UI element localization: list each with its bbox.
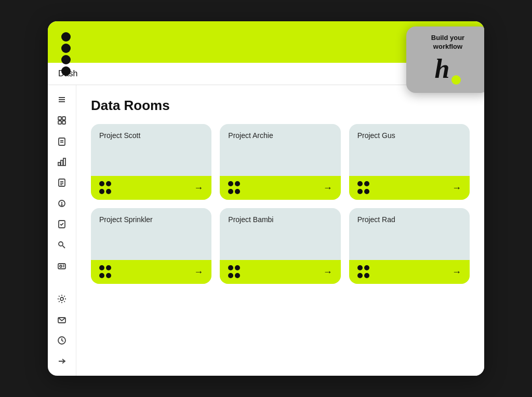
svg-rect-11 — [61, 160, 63, 166]
card-body: Project Rad — [349, 208, 470, 260]
svg-point-27 — [60, 297, 63, 300]
card-title: Project Scott — [99, 131, 203, 140]
sidebar-icon-person-search[interactable] — [54, 237, 70, 253]
workflow-letter: h — [435, 56, 450, 83]
card-body: Project Bambi — [220, 208, 340, 260]
card-title: Project Sprinkler — [99, 215, 203, 224]
card-footer: → — [91, 176, 211, 200]
breadcrumb: Dash — [58, 69, 77, 78]
sidebar-icon-clock[interactable] — [54, 332, 70, 349]
workflow-label: Build your workflow — [416, 34, 480, 51]
card-arrow-icon: → — [452, 267, 461, 278]
sidebar-icon-doc[interactable] — [54, 174, 70, 191]
card-footer: → — [349, 176, 470, 200]
svg-line-22 — [63, 246, 65, 249]
sidebar-icon-chart[interactable] — [54, 154, 70, 170]
project-card[interactable]: Project Archie → — [220, 124, 340, 200]
card-title: Project Rad — [357, 215, 461, 224]
card-body: Project Scott — [91, 124, 211, 176]
card-body: Project Gus — [349, 124, 470, 176]
sidebar-icon-settings[interactable] — [54, 291, 70, 307]
cards-grid: Project Scott → Project Archie → — [91, 124, 470, 284]
project-card[interactable]: Project Sprinkler → — [91, 208, 211, 284]
page-title: Data Rooms — [91, 98, 470, 114]
card-footer: → — [91, 260, 211, 284]
card-footer: → — [220, 176, 340, 200]
card-arrow-icon: → — [194, 267, 203, 278]
card-body: Project Sprinkler — [91, 208, 211, 260]
svg-rect-12 — [63, 158, 65, 166]
card-logo — [357, 181, 371, 195]
app-logo — [58, 29, 84, 55]
card-body: Project Archie — [220, 124, 340, 176]
sidebar-icon-task[interactable] — [54, 216, 70, 232]
svg-point-21 — [59, 242, 63, 246]
project-card[interactable]: Project Scott → — [91, 124, 211, 200]
svg-rect-3 — [58, 117, 61, 120]
card-logo — [357, 265, 371, 279]
card-title: Project Archie — [228, 131, 332, 140]
content-area: Data Rooms Project Scott → Project Archi… — [76, 85, 484, 376]
card-footer: → — [220, 260, 340, 284]
card-logo — [99, 181, 113, 195]
sidebar-icon-grid[interactable] — [54, 112, 70, 129]
sidebar — [48, 85, 76, 376]
card-arrow-icon: → — [452, 183, 461, 194]
project-card[interactable]: Project Gus → — [349, 124, 470, 200]
card-logo — [99, 265, 113, 279]
card-arrow-icon: → — [323, 183, 332, 194]
card-arrow-icon: → — [194, 183, 203, 194]
sidebar-icon-circle[interactable] — [54, 195, 70, 212]
sidebar-icon-clipboard[interactable] — [54, 133, 70, 149]
svg-rect-10 — [58, 162, 60, 166]
project-card[interactable]: Project Rad → — [349, 208, 470, 284]
card-arrow-icon: → — [323, 267, 332, 278]
sidebar-icon-list[interactable] — [54, 91, 70, 108]
sidebar-icon-mail[interactable] — [54, 311, 70, 328]
card-logo — [228, 181, 242, 195]
svg-point-19 — [61, 204, 62, 206]
svg-rect-4 — [62, 117, 65, 120]
card-title: Project Gus — [357, 131, 461, 140]
svg-rect-5 — [58, 121, 61, 124]
svg-point-24 — [60, 265, 62, 267]
svg-rect-7 — [59, 138, 65, 145]
project-card[interactable]: Project Bambi → — [220, 208, 340, 284]
svg-rect-6 — [62, 121, 65, 124]
sidebar-icon-arrow-right[interactable] — [54, 353, 70, 369]
workflow-bubble[interactable]: Build your workflow h — [406, 26, 484, 93]
main-layout: Data Rooms Project Scott → Project Archi… — [48, 85, 484, 376]
app-window: Build your workflow h Dash — [48, 21, 484, 376]
card-title: Project Bambi — [228, 215, 332, 224]
card-logo — [228, 265, 242, 279]
sidebar-icon-id[interactable] — [54, 257, 70, 274]
workflow-dot — [451, 75, 461, 85]
card-footer: → — [349, 260, 470, 284]
